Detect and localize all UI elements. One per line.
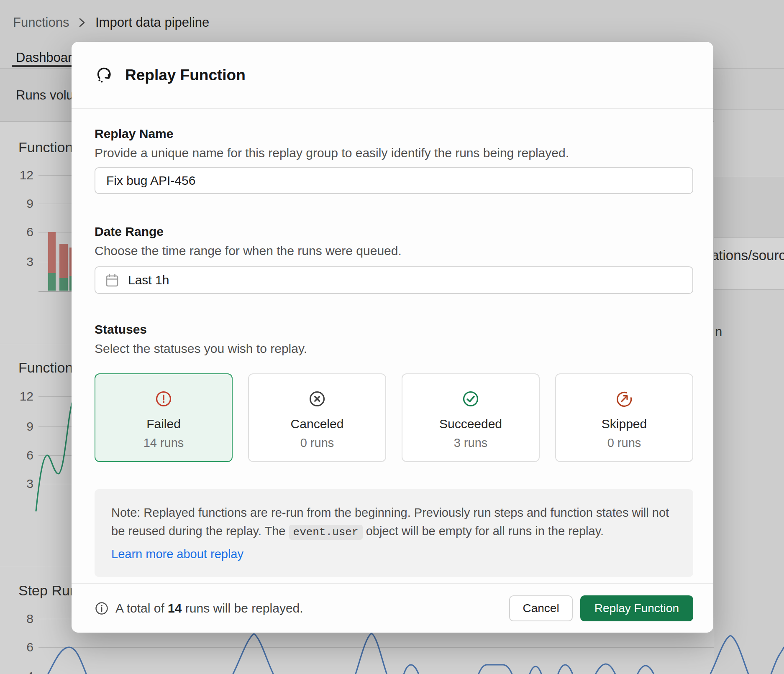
replay-name-description: Provide a unique name for this replay gr… — [95, 146, 569, 160]
status-card-skipped[interactable]: Skipped 0 runs — [555, 373, 693, 462]
summary-count: 14 — [168, 601, 182, 615]
status-card-runs: 0 runs — [607, 436, 641, 450]
status-card-failed[interactable]: Failed 14 runs — [95, 373, 233, 462]
statuses-label: Statuses — [95, 322, 147, 337]
learn-more-link[interactable]: Learn more about replay — [111, 545, 243, 563]
check-circle-icon — [461, 389, 480, 408]
status-card-runs: 14 runs — [143, 436, 184, 450]
statuses-description: Select the statuses you wish to replay. — [95, 342, 307, 356]
replay-name-label: Replay Name — [95, 127, 173, 141]
cancel-button[interactable]: Cancel — [509, 595, 572, 621]
replay-icon — [95, 66, 114, 85]
replay-note: Note: Replayed functions are re-run from… — [95, 489, 693, 577]
replay-function-modal: Replay Function Replay Name Provide a un… — [72, 42, 713, 633]
note-text-after: object will be empty for all runs in the… — [363, 524, 604, 538]
date-range-description: Choose the time range for when the runs … — [95, 244, 402, 258]
x-circle-icon — [307, 389, 327, 408]
date-range-value: Last 1h — [128, 273, 169, 287]
replay-summary: A total of 14 runs will be replayed. — [95, 601, 303, 615]
modal-title: Replay Function — [125, 66, 246, 84]
status-card-runs: 3 runs — [454, 436, 488, 450]
modal-footer: A total of 14 runs will be replayed. Can… — [72, 583, 713, 633]
status-card-name: Failed — [146, 417, 181, 431]
date-range-picker[interactable]: Last 1h — [95, 266, 693, 294]
skip-arrow-circle-icon — [615, 389, 634, 408]
note-code-chip: event.user — [289, 525, 363, 540]
status-card-runs: 0 runs — [300, 436, 334, 450]
date-range-label: Date Range — [95, 225, 164, 239]
status-card-canceled[interactable]: Canceled 0 runs — [248, 373, 386, 462]
status-card-name: Canceled — [291, 417, 344, 431]
status-card-name: Succeeded — [439, 417, 502, 431]
info-icon — [95, 601, 109, 615]
status-card-succeeded[interactable]: Succeeded 3 runs — [402, 373, 540, 462]
calendar-icon — [105, 273, 120, 288]
modal-header: Replay Function — [72, 42, 713, 109]
status-cards: Failed 14 runs Canceled 0 runs Succee — [95, 373, 693, 462]
replay-function-button[interactable]: Replay Function — [580, 595, 693, 621]
alert-circle-icon — [154, 389, 173, 408]
footer-buttons: Cancel Replay Function — [509, 595, 693, 621]
replay-name-input[interactable] — [95, 167, 693, 194]
summary-text: A total of 14 runs will be replayed. — [115, 601, 303, 615]
status-card-name: Skipped — [602, 417, 647, 431]
